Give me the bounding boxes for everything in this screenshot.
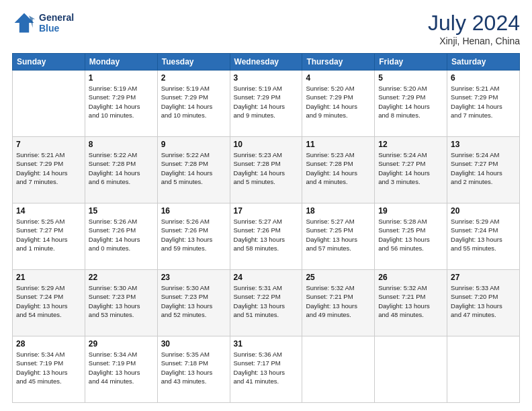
calendar-week-row: 14Sunrise: 5:25 AM Sunset: 7:27 PM Dayli… <box>13 203 520 270</box>
day-number: 28 <box>16 339 81 349</box>
day-info: Sunrise: 5:20 AM Sunset: 7:29 PM Dayligh… <box>378 84 443 120</box>
calendar-cell: 19Sunrise: 5:28 AM Sunset: 7:25 PM Dayli… <box>375 203 447 270</box>
day-number: 3 <box>234 73 299 83</box>
title-block: July 2024 Xinji, Henan, China <box>428 11 520 46</box>
day-info: Sunrise: 5:26 AM Sunset: 7:26 PM Dayligh… <box>161 217 226 253</box>
day-number: 5 <box>378 73 443 83</box>
day-info: Sunrise: 5:23 AM Sunset: 7:28 PM Dayligh… <box>306 150 371 186</box>
day-info: Sunrise: 5:25 AM Sunset: 7:27 PM Dayligh… <box>16 217 81 253</box>
day-info: Sunrise: 5:26 AM Sunset: 7:26 PM Dayligh… <box>89 217 154 253</box>
svg-marker-0 <box>15 13 34 33</box>
header: General Blue July 2024 Xinji, Henan, Chi… <box>12 11 520 46</box>
calendar-header-tuesday: Tuesday <box>157 54 230 71</box>
day-number: 21 <box>16 273 81 282</box>
calendar-cell: 1Sunrise: 5:19 AM Sunset: 7:29 PM Daylig… <box>85 71 157 137</box>
day-info: Sunrise: 5:22 AM Sunset: 7:28 PM Dayligh… <box>89 150 154 186</box>
calendar-cell: 18Sunrise: 5:27 AM Sunset: 7:25 PM Dayli… <box>302 203 375 270</box>
day-number: 8 <box>89 140 154 149</box>
day-info: Sunrise: 5:20 AM Sunset: 7:29 PM Dayligh… <box>306 84 371 120</box>
day-number: 17 <box>234 206 299 216</box>
calendar-header-monday: Monday <box>85 54 157 71</box>
calendar-cell: 30Sunrise: 5:35 AM Sunset: 7:18 PM Dayli… <box>157 336 230 403</box>
calendar-header-sunday: Sunday <box>13 54 85 71</box>
calendar-cell: 6Sunrise: 5:21 AM Sunset: 7:29 PM Daylig… <box>447 71 520 137</box>
calendar-cell: 2Sunrise: 5:19 AM Sunset: 7:29 PM Daylig… <box>157 71 230 137</box>
calendar-cell: 4Sunrise: 5:20 AM Sunset: 7:29 PM Daylig… <box>302 71 375 137</box>
day-info: Sunrise: 5:29 AM Sunset: 7:24 PM Dayligh… <box>16 283 81 319</box>
day-info: Sunrise: 5:19 AM Sunset: 7:29 PM Dayligh… <box>234 84 299 120</box>
calendar-cell: 20Sunrise: 5:29 AM Sunset: 7:24 PM Dayli… <box>447 203 520 270</box>
calendar-week-row: 28Sunrise: 5:34 AM Sunset: 7:19 PM Dayli… <box>13 336 520 403</box>
calendar-cell: 9Sunrise: 5:22 AM Sunset: 7:28 PM Daylig… <box>157 137 230 203</box>
calendar-cell: 22Sunrise: 5:30 AM Sunset: 7:23 PM Dayli… <box>85 270 157 336</box>
calendar-cell: 3Sunrise: 5:19 AM Sunset: 7:29 PM Daylig… <box>230 71 302 137</box>
calendar-header-wednesday: Wednesday <box>230 54 302 71</box>
calendar-cell <box>447 336 520 403</box>
page: General Blue July 2024 Xinji, Henan, Chi… <box>0 0 532 411</box>
calendar-cell: 24Sunrise: 5:31 AM Sunset: 7:22 PM Dayli… <box>230 270 302 336</box>
calendar-cell <box>13 71 85 137</box>
day-info: Sunrise: 5:21 AM Sunset: 7:29 PM Dayligh… <box>16 150 81 186</box>
calendar-header-thursday: Thursday <box>302 54 375 71</box>
calendar-table: SundayMondayTuesdayWednesdayThursdayFrid… <box>12 53 520 403</box>
calendar-cell: 21Sunrise: 5:29 AM Sunset: 7:24 PM Dayli… <box>13 270 85 336</box>
day-info: Sunrise: 5:32 AM Sunset: 7:21 PM Dayligh… <box>378 283 443 319</box>
calendar-cell: 12Sunrise: 5:24 AM Sunset: 7:27 PM Dayli… <box>375 137 447 203</box>
day-number: 10 <box>234 140 299 149</box>
calendar-cell <box>302 336 375 403</box>
calendar-header-row: SundayMondayTuesdayWednesdayThursdayFrid… <box>13 54 520 71</box>
day-info: Sunrise: 5:34 AM Sunset: 7:19 PM Dayligh… <box>89 350 154 385</box>
calendar-cell: 15Sunrise: 5:26 AM Sunset: 7:26 PM Dayli… <box>85 203 157 270</box>
calendar-cell <box>375 336 447 403</box>
day-number: 9 <box>161 140 226 149</box>
day-number: 27 <box>451 273 516 282</box>
calendar-week-row: 21Sunrise: 5:29 AM Sunset: 7:24 PM Dayli… <box>13 270 520 336</box>
day-info: Sunrise: 5:19 AM Sunset: 7:29 PM Dayligh… <box>161 84 226 120</box>
day-number: 4 <box>306 73 371 83</box>
calendar-cell: 7Sunrise: 5:21 AM Sunset: 7:29 PM Daylig… <box>13 137 85 203</box>
calendar-cell: 31Sunrise: 5:36 AM Sunset: 7:17 PM Dayli… <box>230 336 302 403</box>
day-number: 26 <box>378 273 443 282</box>
day-number: 14 <box>16 206 81 216</box>
logo-icon <box>12 11 36 35</box>
calendar-cell: 13Sunrise: 5:24 AM Sunset: 7:27 PM Dayli… <box>447 137 520 203</box>
day-info: Sunrise: 5:33 AM Sunset: 7:20 PM Dayligh… <box>451 283 516 319</box>
day-info: Sunrise: 5:29 AM Sunset: 7:24 PM Dayligh… <box>451 217 516 253</box>
calendar-cell: 14Sunrise: 5:25 AM Sunset: 7:27 PM Dayli… <box>13 203 85 270</box>
calendar-cell: 25Sunrise: 5:32 AM Sunset: 7:21 PM Dayli… <box>302 270 375 336</box>
day-info: Sunrise: 5:32 AM Sunset: 7:21 PM Dayligh… <box>306 283 371 319</box>
day-number: 23 <box>161 273 226 282</box>
day-info: Sunrise: 5:36 AM Sunset: 7:17 PM Dayligh… <box>234 350 299 385</box>
calendar-week-row: 7Sunrise: 5:21 AM Sunset: 7:29 PM Daylig… <box>13 137 520 203</box>
day-info: Sunrise: 5:31 AM Sunset: 7:22 PM Dayligh… <box>234 283 299 319</box>
calendar-cell: 27Sunrise: 5:33 AM Sunset: 7:20 PM Dayli… <box>447 270 520 336</box>
day-number: 16 <box>161 206 226 216</box>
calendar-cell: 11Sunrise: 5:23 AM Sunset: 7:28 PM Dayli… <box>302 137 375 203</box>
day-number: 11 <box>306 140 371 149</box>
day-number: 13 <box>451 140 516 149</box>
calendar-cell: 23Sunrise: 5:30 AM Sunset: 7:23 PM Dayli… <box>157 270 230 336</box>
calendar-cell: 5Sunrise: 5:20 AM Sunset: 7:29 PM Daylig… <box>375 71 447 137</box>
day-number: 20 <box>451 206 516 216</box>
day-info: Sunrise: 5:27 AM Sunset: 7:26 PM Dayligh… <box>234 217 299 253</box>
day-number: 15 <box>89 206 154 216</box>
day-number: 30 <box>161 339 226 349</box>
day-info: Sunrise: 5:24 AM Sunset: 7:27 PM Dayligh… <box>378 150 443 186</box>
day-info: Sunrise: 5:23 AM Sunset: 7:28 PM Dayligh… <box>234 150 299 186</box>
day-info: Sunrise: 5:28 AM Sunset: 7:25 PM Dayligh… <box>378 217 443 253</box>
day-number: 2 <box>161 73 226 83</box>
calendar-week-row: 1Sunrise: 5:19 AM Sunset: 7:29 PM Daylig… <box>13 71 520 137</box>
calendar-cell: 28Sunrise: 5:34 AM Sunset: 7:19 PM Dayli… <box>13 336 85 403</box>
day-info: Sunrise: 5:22 AM Sunset: 7:28 PM Dayligh… <box>161 150 226 186</box>
logo: General Blue <box>12 11 74 35</box>
day-number: 22 <box>89 273 154 282</box>
day-number: 1 <box>89 73 154 83</box>
day-number: 7 <box>16 140 81 149</box>
day-number: 6 <box>451 73 516 83</box>
day-info: Sunrise: 5:21 AM Sunset: 7:29 PM Dayligh… <box>451 84 516 120</box>
day-number: 29 <box>89 339 154 349</box>
day-number: 19 <box>378 206 443 216</box>
main-title: July 2024 <box>428 11 520 36</box>
day-number: 18 <box>306 206 371 216</box>
day-number: 24 <box>234 273 299 282</box>
